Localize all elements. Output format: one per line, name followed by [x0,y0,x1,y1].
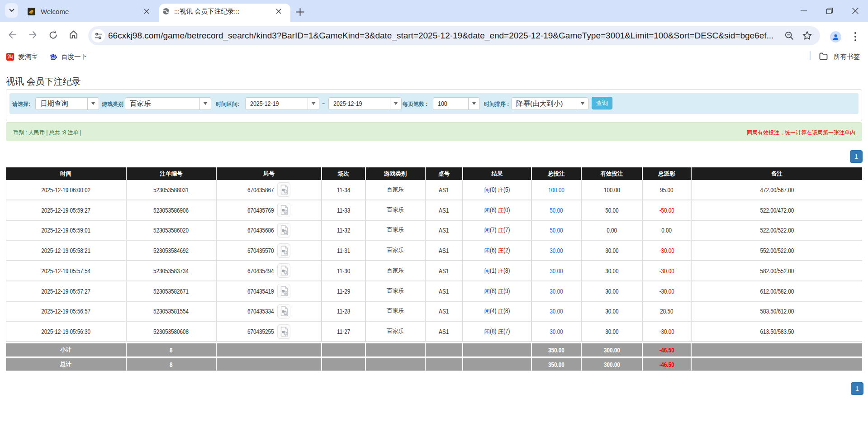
svg-text:du: du [52,57,55,60]
